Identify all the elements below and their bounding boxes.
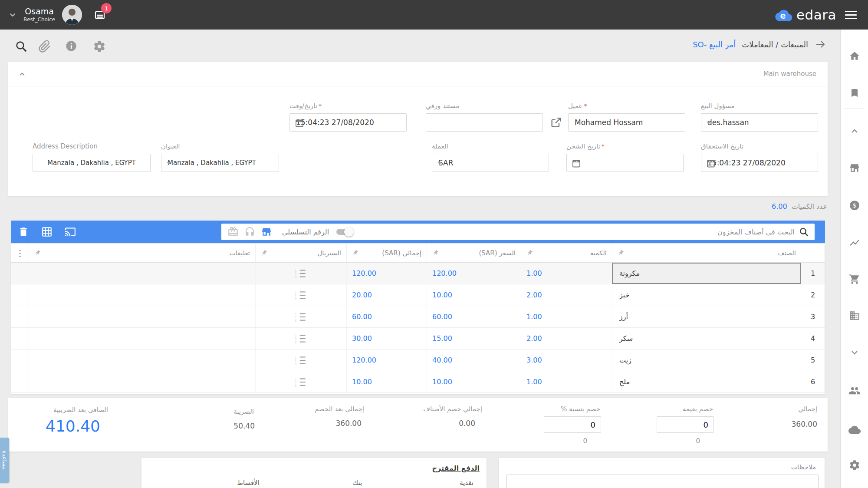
table-row[interactable]: 3 أرز 1.00 60.00 60.00 123 bbox=[11, 306, 825, 328]
serial-list-icon[interactable]: 123 bbox=[255, 328, 346, 349]
item-cell[interactable]: مكرونة bbox=[612, 263, 801, 284]
gear-icon[interactable] bbox=[93, 40, 106, 53]
notes-textarea[interactable] bbox=[506, 475, 819, 488]
qty-cell[interactable]: 1.00 bbox=[521, 371, 612, 392]
settings-icon[interactable] bbox=[848, 459, 860, 471]
comments-cell[interactable] bbox=[29, 263, 255, 284]
header-total[interactable]: إجمالي (SAR) bbox=[346, 244, 427, 262]
chevron-down-icon[interactable] bbox=[849, 347, 860, 358]
due-date-input[interactable]: 15:04:23 27/08/2020 bbox=[701, 154, 818, 172]
item-cell[interactable]: أرز bbox=[612, 306, 801, 327]
item-cell[interactable]: ملح bbox=[612, 371, 801, 392]
chevron-down-icon[interactable] bbox=[9, 11, 16, 19]
money-icon[interactable]: $ bbox=[849, 200, 860, 211]
open-customer-icon[interactable] bbox=[548, 113, 564, 132]
payment-option-cash[interactable]: نقدية bbox=[460, 479, 473, 487]
serial-list-icon[interactable]: 123 bbox=[255, 350, 346, 371]
sales-officer-select[interactable]: des.hassan bbox=[701, 113, 818, 132]
ship-date-input[interactable] bbox=[566, 154, 684, 172]
paper-document-input[interactable] bbox=[426, 113, 543, 132]
price-cell[interactable]: 10.00 bbox=[427, 284, 521, 306]
serial-toggle[interactable] bbox=[336, 229, 352, 235]
currency-select[interactable]: SAR bbox=[432, 154, 549, 172]
chevron-up-icon[interactable] bbox=[849, 126, 860, 136]
qty-cell[interactable]: 1.00 bbox=[521, 263, 612, 284]
discount-percent-input[interactable] bbox=[544, 416, 601, 433]
items-search-icon[interactable] bbox=[799, 227, 809, 237]
price-cell[interactable]: 120.00 bbox=[427, 263, 521, 284]
store-icon[interactable] bbox=[849, 162, 860, 174]
table-row[interactable]: 5 زيت 3.00 40.00 120.00 123 bbox=[11, 350, 825, 371]
pin-icon[interactable] bbox=[351, 248, 360, 257]
comments-cell[interactable] bbox=[29, 284, 255, 306]
address-description-input[interactable]: Manzala , Dakahlia , EGYPT bbox=[33, 154, 151, 172]
serial-list-icon[interactable]: 123 bbox=[255, 306, 346, 327]
bookmark-icon[interactable] bbox=[849, 88, 860, 98]
pin-icon[interactable] bbox=[431, 248, 440, 257]
collapse-icon[interactable] bbox=[18, 70, 26, 79]
cloud-icon[interactable] bbox=[848, 424, 861, 436]
payment-option-installments[interactable]: الأقساط bbox=[237, 479, 260, 487]
price-cell[interactable]: 60.00 bbox=[427, 306, 521, 327]
delete-icon[interactable] bbox=[18, 226, 29, 237]
comments-cell[interactable] bbox=[29, 328, 255, 349]
cast-icon[interactable] bbox=[65, 226, 76, 237]
info-icon[interactable] bbox=[65, 40, 77, 52]
pin-icon[interactable] bbox=[616, 248, 625, 257]
breadcrumb-path[interactable]: المبيعات / المعاملات bbox=[742, 40, 808, 49]
serial-list-icon[interactable]: 123 bbox=[255, 263, 346, 284]
header-qty[interactable]: الكمية bbox=[521, 244, 612, 262]
comments-cell[interactable] bbox=[29, 350, 255, 371]
gift-icon[interactable] bbox=[227, 226, 239, 237]
company-icon[interactable] bbox=[849, 310, 860, 321]
payment-option-bank[interactable]: بنك bbox=[353, 479, 362, 487]
price-cell[interactable]: 40.00 bbox=[427, 350, 521, 371]
customer-input[interactable]: Mohamed Hossam bbox=[568, 113, 685, 132]
help-tab[interactable]: مساعدة bbox=[0, 438, 9, 483]
datetime-input[interactable]: 15:04:23 27/08/2020 bbox=[289, 113, 407, 132]
header-price[interactable]: السعر (SAR) bbox=[427, 244, 521, 262]
item-cell[interactable]: خبز bbox=[612, 284, 801, 306]
header-item[interactable]: الصنف bbox=[612, 244, 801, 262]
comments-cell[interactable] bbox=[29, 371, 255, 392]
table-row[interactable]: 2 خبز 2.00 10.00 20.00 123 bbox=[11, 284, 825, 306]
item-cell[interactable]: زيت bbox=[612, 350, 801, 371]
customers-icon[interactable] bbox=[848, 385, 861, 397]
headset-icon[interactable] bbox=[244, 227, 255, 237]
pin-icon[interactable] bbox=[525, 248, 534, 257]
table-row[interactable]: 6 ملح 1.00 10.00 10.00 123 bbox=[11, 371, 825, 393]
table-row[interactable]: 4 سكر 2.00 15.00 30.00 123 bbox=[11, 328, 825, 350]
hamburger-menu-icon[interactable] bbox=[845, 11, 857, 19]
pin-icon[interactable] bbox=[33, 248, 42, 257]
discount-value-input[interactable] bbox=[657, 416, 714, 433]
cart-icon[interactable] bbox=[849, 274, 860, 285]
table-row[interactable]: 1 مكرونة 1.00 120.00 120.00 123 bbox=[11, 263, 825, 284]
price-cell[interactable]: 15.00 bbox=[427, 328, 521, 349]
serial-list-icon[interactable]: 123 bbox=[255, 284, 346, 306]
avatar[interactable] bbox=[62, 5, 82, 25]
home-icon[interactable] bbox=[849, 50, 860, 62]
store-blue-icon[interactable] bbox=[261, 226, 272, 237]
back-arrow-icon[interactable] bbox=[814, 39, 827, 49]
trending-up-icon[interactable] bbox=[849, 237, 860, 248]
items-search-input[interactable] bbox=[608, 224, 795, 240]
grid-icon[interactable] bbox=[41, 226, 53, 237]
item-cell[interactable]: سكر bbox=[612, 328, 801, 349]
serial-list-icon[interactable]: 123 bbox=[255, 371, 346, 392]
qty-cell[interactable]: 1.00 bbox=[521, 306, 612, 327]
qty-cell[interactable]: 3.00 bbox=[521, 350, 612, 371]
datetime-value: 15:04:23 27/08/2020 bbox=[296, 118, 374, 127]
qty-cell[interactable]: 2.00 bbox=[521, 284, 612, 306]
header-comments[interactable]: تعليقات bbox=[29, 244, 255, 262]
table-menu-icon[interactable]: ⋮ bbox=[11, 244, 29, 262]
user-menu[interactable]: Osama Best_Choice 1 bbox=[9, 0, 106, 30]
qty-cell[interactable]: 2.00 bbox=[521, 328, 612, 349]
attachment-icon[interactable] bbox=[38, 40, 51, 53]
address-select[interactable]: Manzala , Dakahlia , EGYPT bbox=[161, 154, 279, 172]
header-serial[interactable]: السيريال bbox=[255, 244, 346, 262]
pin-icon[interactable] bbox=[260, 248, 269, 257]
price-cell[interactable]: 10.00 bbox=[427, 371, 521, 392]
notifications-button[interactable]: 1 bbox=[93, 8, 106, 21]
search-icon[interactable] bbox=[15, 40, 28, 53]
comments-cell[interactable] bbox=[29, 306, 255, 327]
